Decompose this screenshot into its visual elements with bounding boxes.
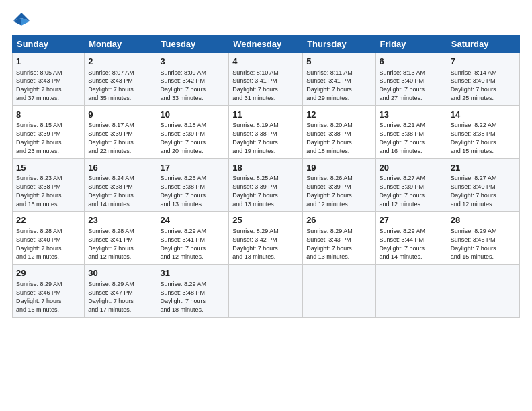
calendar-cell: 31Sunrise: 8:29 AM Sunset: 3:48 PM Dayli… [157, 265, 229, 318]
day-number: 16 [88, 162, 152, 174]
calendar-week-3: 15Sunrise: 8:23 AM Sunset: 3:38 PM Dayli… [13, 158, 520, 212]
day-number: 17 [161, 162, 226, 174]
day-number: 15 [16, 162, 81, 174]
day-number: 21 [451, 162, 516, 174]
day-info: Sunrise: 8:17 AM Sunset: 3:39 PM Dayligh… [88, 122, 134, 154]
calendar-cell: 19Sunrise: 8:26 AM Sunset: 3:39 PM Dayli… [303, 158, 375, 212]
day-info: Sunrise: 8:11 AM Sunset: 3:41 PM Dayligh… [306, 69, 353, 101]
day-info: Sunrise: 8:20 AM Sunset: 3:38 PM Dayligh… [306, 122, 353, 154]
day-number: 1 [16, 56, 81, 68]
calendar-header-tuesday: Tuesday [157, 36, 229, 53]
day-number: 7 [451, 56, 516, 68]
day-info: Sunrise: 8:29 AM Sunset: 3:46 PM Dayligh… [16, 281, 62, 313]
calendar-week-5: 29Sunrise: 8:29 AM Sunset: 3:46 PM Dayli… [13, 265, 520, 318]
calendar-cell [447, 265, 519, 318]
day-info: Sunrise: 8:09 AM Sunset: 3:42 PM Dayligh… [161, 69, 207, 101]
day-info: Sunrise: 8:28 AM Sunset: 3:40 PM Dayligh… [16, 228, 62, 260]
day-number: 28 [451, 214, 516, 226]
day-info: Sunrise: 8:13 AM Sunset: 3:40 PM Dayligh… [380, 69, 426, 101]
day-number: 10 [161, 109, 226, 121]
calendar-cell: 6Sunrise: 8:13 AM Sunset: 3:40 PM Daylig… [375, 53, 447, 106]
calendar-week-4: 22Sunrise: 8:28 AM Sunset: 3:40 PM Dayli… [13, 212, 520, 265]
day-number: 27 [380, 214, 443, 226]
calendar-cell: 18Sunrise: 8:25 AM Sunset: 3:39 PM Dayli… [229, 158, 303, 212]
day-number: 11 [232, 109, 299, 121]
calendar-week-1: 1Sunrise: 8:05 AM Sunset: 3:43 PM Daylig… [13, 53, 520, 106]
calendar-cell: 20Sunrise: 8:27 AM Sunset: 3:39 PM Dayli… [375, 158, 447, 212]
calendar-cell: 29Sunrise: 8:29 AM Sunset: 3:46 PM Dayli… [13, 265, 85, 318]
calendar-header-saturday: Saturday [447, 36, 519, 53]
calendar-cell: 24Sunrise: 8:29 AM Sunset: 3:41 PM Dayli… [157, 212, 229, 265]
day-info: Sunrise: 8:05 AM Sunset: 3:43 PM Dayligh… [16, 69, 62, 101]
day-info: Sunrise: 8:23 AM Sunset: 3:38 PM Dayligh… [16, 175, 62, 207]
calendar-cell: 15Sunrise: 8:23 AM Sunset: 3:38 PM Dayli… [13, 158, 85, 212]
calendar-cell: 25Sunrise: 8:29 AM Sunset: 3:42 PM Dayli… [229, 212, 303, 265]
day-info: Sunrise: 8:24 AM Sunset: 3:38 PM Dayligh… [88, 175, 134, 207]
day-info: Sunrise: 8:07 AM Sunset: 3:43 PM Dayligh… [88, 69, 134, 101]
calendar-cell: 28Sunrise: 8:29 AM Sunset: 3:45 PM Dayli… [447, 212, 519, 265]
calendar-week-2: 8Sunrise: 8:15 AM Sunset: 3:39 PM Daylig… [13, 105, 520, 158]
calendar-cell: 3Sunrise: 8:09 AM Sunset: 3:42 PM Daylig… [157, 53, 229, 106]
day-info: Sunrise: 8:25 AM Sunset: 3:38 PM Dayligh… [161, 175, 207, 207]
calendar-cell: 5Sunrise: 8:11 AM Sunset: 3:41 PM Daylig… [303, 53, 375, 106]
calendar-cell [303, 265, 375, 318]
calendar-cell: 22Sunrise: 8:28 AM Sunset: 3:40 PM Dayli… [13, 212, 85, 265]
day-info: Sunrise: 8:14 AM Sunset: 3:40 PM Dayligh… [451, 69, 497, 101]
day-number: 23 [88, 214, 152, 226]
day-number: 24 [161, 214, 226, 226]
day-number: 20 [380, 162, 443, 174]
day-number: 5 [306, 56, 371, 68]
day-info: Sunrise: 8:29 AM Sunset: 3:43 PM Dayligh… [306, 228, 353, 260]
day-info: Sunrise: 8:21 AM Sunset: 3:38 PM Dayligh… [380, 122, 426, 154]
calendar-cell: 11Sunrise: 8:19 AM Sunset: 3:38 PM Dayli… [229, 105, 303, 158]
calendar-cell: 14Sunrise: 8:22 AM Sunset: 3:38 PM Dayli… [447, 105, 519, 158]
calendar-header-sunday: Sunday [13, 36, 85, 53]
day-number: 14 [451, 109, 516, 121]
day-number: 29 [16, 267, 81, 279]
day-info: Sunrise: 8:10 AM Sunset: 3:41 PM Dayligh… [232, 69, 279, 101]
day-number: 13 [380, 109, 443, 121]
calendar-cell: 16Sunrise: 8:24 AM Sunset: 3:38 PM Dayli… [85, 158, 157, 212]
day-number: 22 [16, 214, 81, 226]
calendar-cell: 7Sunrise: 8:14 AM Sunset: 3:40 PM Daylig… [447, 53, 519, 106]
calendar-cell: 4Sunrise: 8:10 AM Sunset: 3:41 PM Daylig… [229, 53, 303, 106]
calendar-header-wednesday: Wednesday [229, 36, 303, 53]
calendar-cell [375, 265, 447, 318]
day-info: Sunrise: 8:27 AM Sunset: 3:40 PM Dayligh… [451, 175, 497, 207]
day-info: Sunrise: 8:25 AM Sunset: 3:39 PM Dayligh… [232, 175, 279, 207]
day-info: Sunrise: 8:29 AM Sunset: 3:44 PM Dayligh… [380, 228, 426, 260]
day-info: Sunrise: 8:18 AM Sunset: 3:39 PM Dayligh… [161, 122, 207, 154]
calendar-cell: 10Sunrise: 8:18 AM Sunset: 3:39 PM Dayli… [157, 105, 229, 158]
day-number: 18 [232, 162, 299, 174]
day-number: 9 [88, 109, 152, 121]
day-info: Sunrise: 8:29 AM Sunset: 3:45 PM Dayligh… [451, 228, 497, 260]
logo [12, 11, 34, 30]
calendar-cell: 17Sunrise: 8:25 AM Sunset: 3:38 PM Dayli… [157, 158, 229, 212]
logo-bird-icon [12, 11, 31, 30]
day-number: 19 [306, 162, 371, 174]
day-number: 3 [161, 56, 226, 68]
calendar-header-thursday: Thursday [303, 36, 375, 53]
calendar-cell: 26Sunrise: 8:29 AM Sunset: 3:43 PM Dayli… [303, 212, 375, 265]
calendar-cell: 21Sunrise: 8:27 AM Sunset: 3:40 PM Dayli… [447, 158, 519, 212]
calendar-cell: 9Sunrise: 8:17 AM Sunset: 3:39 PM Daylig… [85, 105, 157, 158]
calendar-cell: 23Sunrise: 8:28 AM Sunset: 3:41 PM Dayli… [85, 212, 157, 265]
day-info: Sunrise: 8:29 AM Sunset: 3:42 PM Dayligh… [232, 228, 279, 260]
day-info: Sunrise: 8:29 AM Sunset: 3:41 PM Dayligh… [161, 228, 207, 260]
day-number: 2 [88, 56, 152, 68]
calendar-cell: 8Sunrise: 8:15 AM Sunset: 3:39 PM Daylig… [13, 105, 85, 158]
day-number: 25 [232, 214, 299, 226]
day-info: Sunrise: 8:19 AM Sunset: 3:38 PM Dayligh… [232, 122, 279, 154]
day-number: 4 [232, 56, 299, 68]
day-number: 26 [306, 214, 371, 226]
calendar-cell: 30Sunrise: 8:29 AM Sunset: 3:47 PM Dayli… [85, 265, 157, 318]
day-info: Sunrise: 8:28 AM Sunset: 3:41 PM Dayligh… [88, 228, 134, 260]
calendar: SundayMondayTuesdayWednesdayThursdayFrid… [12, 35, 520, 318]
calendar-cell: 1Sunrise: 8:05 AM Sunset: 3:43 PM Daylig… [13, 53, 85, 106]
calendar-header-friday: Friday [375, 36, 447, 53]
day-number: 30 [88, 267, 152, 279]
day-info: Sunrise: 8:15 AM Sunset: 3:39 PM Dayligh… [16, 122, 62, 154]
calendar-header-monday: Monday [85, 36, 157, 53]
day-info: Sunrise: 8:26 AM Sunset: 3:39 PM Dayligh… [306, 175, 353, 207]
calendar-cell: 27Sunrise: 8:29 AM Sunset: 3:44 PM Dayli… [375, 212, 447, 265]
